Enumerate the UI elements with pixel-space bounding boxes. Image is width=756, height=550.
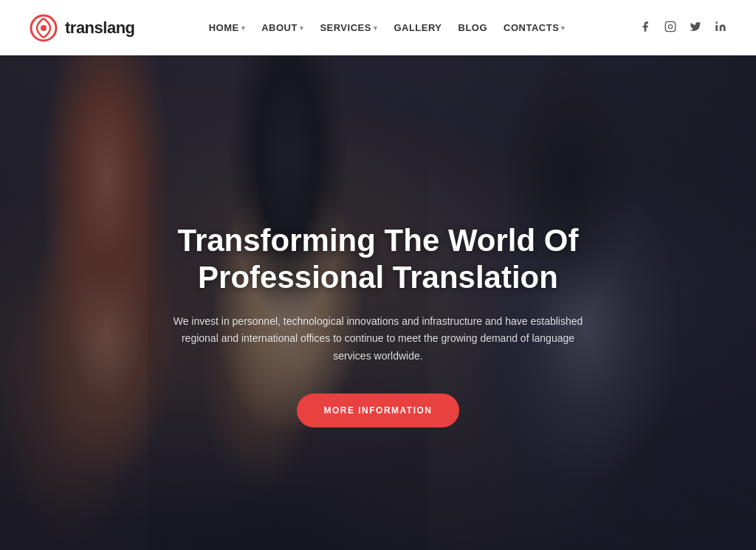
navbar: translang HOME ▾ ABOUT ▾ SERVICES ▾ GALL…: [0, 0, 756, 55]
facebook-icon[interactable]: [639, 21, 651, 35]
brand-name: translang: [65, 18, 135, 38]
social-links: [639, 21, 726, 35]
svg-rect-2: [665, 21, 675, 31]
logo-icon: [30, 14, 58, 42]
chevron-down-icon: ▾: [241, 24, 246, 32]
hero-title: Transforming The World Of Professional T…: [164, 222, 592, 297]
more-information-button[interactable]: MORE INFORMATION: [297, 393, 458, 427]
hero-content: Transforming The World Of Professional T…: [149, 222, 607, 427]
svg-point-1: [41, 25, 47, 31]
instagram-icon[interactable]: [664, 21, 676, 35]
nav-item-contacts[interactable]: CONTACTS ▾: [498, 18, 571, 38]
chevron-down-icon: ▾: [561, 24, 566, 32]
nav-item-blog[interactable]: BLOG: [453, 18, 494, 38]
chevron-down-icon: ▾: [300, 24, 304, 32]
hero-subtitle: We invest in personnel, technological in…: [164, 313, 592, 365]
svg-rect-4: [715, 25, 718, 31]
brand-logo[interactable]: translang: [30, 14, 135, 42]
main-nav: HOME ▾ ABOUT ▾ SERVICES ▾ GALLERY BLOG: [203, 18, 571, 38]
nav-item-services[interactable]: SERVICES ▾: [314, 18, 383, 38]
nav-item-about[interactable]: ABOUT ▾: [255, 18, 309, 38]
nav-item-home[interactable]: HOME ▾: [203, 18, 252, 38]
chevron-down-icon: ▾: [374, 24, 378, 32]
svg-point-5: [715, 21, 718, 24]
twitter-icon[interactable]: [690, 21, 701, 35]
linkedin-icon[interactable]: [715, 21, 726, 35]
nav-item-gallery[interactable]: GALLERY: [388, 18, 447, 38]
hero-section: Transforming The World Of Professional T…: [0, 55, 756, 550]
